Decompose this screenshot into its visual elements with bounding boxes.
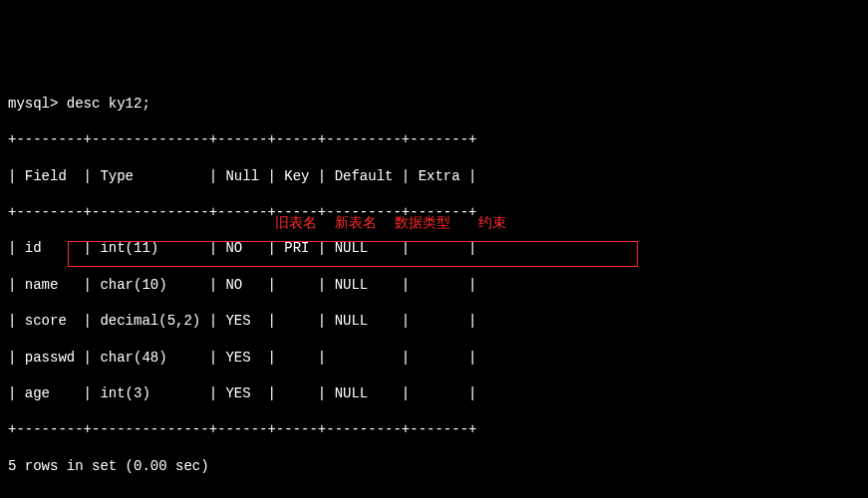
blank-line	[8, 493, 860, 498]
mysql-prompt-desc1[interactable]: mysql> desc ky12;	[8, 95, 860, 113]
result-rows1: 5 rows in set (0.00 sec)	[8, 457, 860, 475]
table1-row: | age | int(3) | YES | | NULL | |	[8, 384, 860, 402]
table1-row: | id | int(11) | NO | PRI | NULL | |	[8, 239, 860, 257]
table1-row: | name | char(10) | NO | | NULL | |	[8, 276, 860, 294]
table1-sep-top: +--------+--------------+------+-----+--…	[8, 130, 860, 148]
table1-row: | score | decimal(5,2) | YES | | NULL | …	[8, 312, 860, 330]
annotation-constraint: 约束	[478, 213, 506, 231]
table1-row: | passwd | char(48) | YES | | | |	[8, 349, 860, 367]
annotation-new-name: 新表名	[335, 213, 377, 231]
terminal-container: { "prompt1": "mysql> desc ky12;", "table…	[8, 22, 860, 498]
table1-sep-bot: +--------+--------------+------+-----+--…	[8, 420, 860, 438]
annotation-old-name: 旧表名	[275, 213, 317, 231]
annotation-data-type: 数据类型	[395, 213, 450, 231]
table1-header: | Field | Type | Null | Key | Default | …	[8, 167, 860, 185]
